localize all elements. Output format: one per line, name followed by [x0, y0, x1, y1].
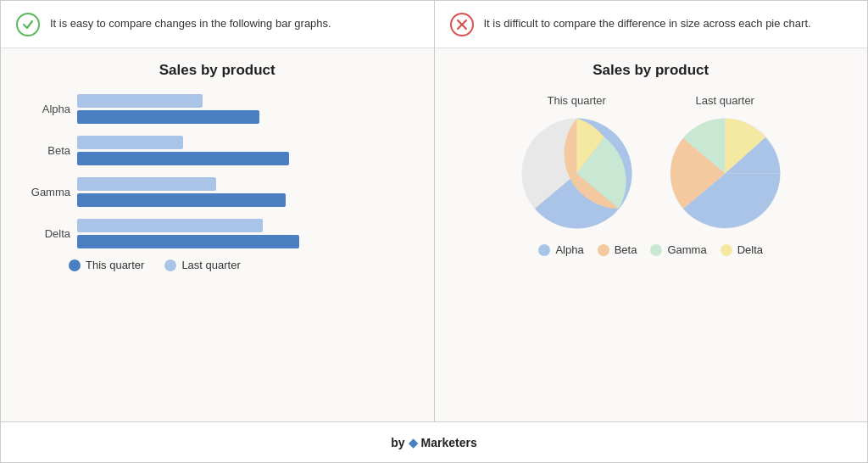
bar-pair-delta [77, 219, 409, 248]
legend-label-last-quarter: Last quarter [181, 259, 240, 271]
bar-group-beta: Beta [26, 136, 409, 165]
left-chart-area: Sales by product Alpha Beta [1, 48, 434, 421]
legend-dot-last-quarter [164, 259, 176, 271]
bar-gamma-light [77, 177, 216, 191]
pie-legend-label-gamma: Gamma [667, 243, 706, 256]
pie-legend-label-delta: Delta [737, 243, 763, 256]
pie-legend-dot-gamma [650, 244, 662, 256]
bar-group-delta: Delta [26, 219, 409, 248]
bar-legend: This quarter Last quarter [18, 259, 241, 271]
right-chart-title: Sales by product [593, 62, 709, 79]
legend-label-this-quarter: This quarter [86, 259, 144, 271]
bar-label-beta: Beta [26, 144, 70, 157]
bar-chart: Alpha Beta [18, 94, 417, 248]
pie-legend-label-alpha: Alpha [555, 243, 583, 256]
pie-title-last-quarter: Last quarter [696, 94, 754, 107]
bar-beta-dark [77, 152, 289, 165]
top-row: It is easy to compare changes in the fol… [1, 1, 867, 421]
bar-label-delta: Delta [26, 227, 70, 240]
pie-title-this-quarter: This quarter [548, 94, 606, 107]
right-header-bar: It is difficult to compare the differenc… [435, 1, 868, 48]
legend-dot-this-quarter [69, 259, 81, 271]
pie-legend-dot-delta [721, 244, 732, 256]
pie-col-this-quarter: This quarter [515, 94, 638, 235]
pie-legend-delta: Delta [721, 243, 763, 256]
bar-delta-light [77, 219, 263, 232]
right-panel: It is difficult to compare the differenc… [435, 1, 868, 421]
pie-legend-gamma: Gamma [650, 243, 706, 256]
pie-legend-alpha: Alpha [538, 243, 583, 256]
pie-chart-area: This quarter [452, 94, 851, 256]
bar-gamma-dark [77, 193, 286, 207]
bar-beta-light [77, 136, 183, 149]
bar-label-alpha: Alpha [26, 103, 70, 115]
bar-group-alpha: Alpha [26, 94, 409, 124]
pie-legend-dot-alpha [538, 244, 550, 256]
bar-label-gamma: Gamma [26, 186, 70, 198]
footer: by ◆ Marketers [1, 421, 867, 462]
right-chart-area: Sales by product This quarter [435, 48, 868, 421]
legend-this-quarter: This quarter [69, 259, 144, 271]
bar-alpha-light [77, 94, 203, 108]
x-icon [450, 13, 474, 36]
bar-pair-gamma [77, 177, 409, 207]
check-icon [16, 13, 40, 36]
left-header-bar: It is easy to compare changes in the fol… [1, 1, 434, 48]
left-chart-title: Sales by product [159, 62, 275, 79]
bar-group-gamma: Gamma [26, 177, 409, 207]
pie-col-last-quarter: Last quarter [664, 94, 787, 235]
diamond-icon: ◆ [409, 436, 418, 449]
left-header-text: It is easy to compare changes in the fol… [50, 16, 331, 31]
pie-this-quarter [515, 112, 638, 235]
pie-legend-dot-beta [598, 244, 609, 256]
bar-pair-beta [77, 136, 409, 165]
legend-last-quarter: Last quarter [164, 259, 240, 271]
pie-legend-beta: Beta [598, 243, 637, 256]
main-container: It is easy to compare changes in the fol… [1, 1, 867, 462]
bar-pair-alpha [77, 94, 409, 124]
pie-legend-label-beta: Beta [615, 243, 637, 256]
pie-last-quarter [664, 112, 787, 235]
footer-brand: Marketers [421, 436, 477, 449]
bar-delta-dark [77, 235, 299, 248]
right-header-text: It is difficult to compare the differenc… [484, 16, 811, 31]
pie-legend: Alpha Beta Gamma Delta [538, 243, 763, 256]
bar-alpha-dark [77, 110, 259, 124]
left-panel: It is easy to compare changes in the fol… [1, 1, 435, 421]
pie-row: This quarter [515, 94, 787, 235]
footer-prefix: by [391, 436, 404, 449]
